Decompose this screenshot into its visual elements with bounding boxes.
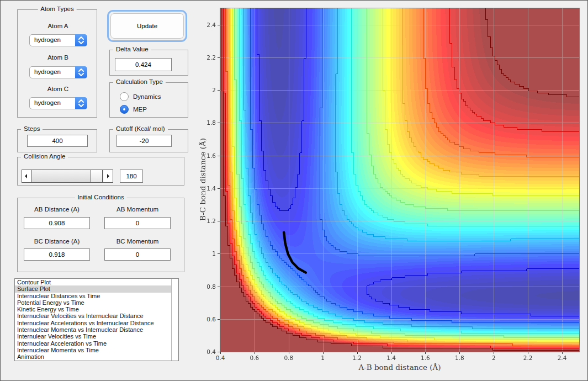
slider-thumb[interactable]: [91, 170, 103, 182]
y-tick-label: 0.4: [195, 348, 216, 355]
steps-title: Steps: [21, 125, 43, 132]
atom-c-value: hydrogen: [34, 99, 61, 106]
y-axis-label: B-C bond distance (Å): [198, 138, 207, 221]
y-tick-label: 1.8: [195, 119, 216, 126]
right-arrow-icon: [107, 174, 109, 178]
radio-dynamics[interactable]: Dynamics: [120, 92, 181, 102]
x-tick-label: 1.8: [449, 354, 469, 361]
list-item[interactable]: Internuclear Accelerations vs Internucle…: [15, 320, 178, 326]
x-tick-mark: [391, 352, 392, 354]
calculation-type-title: Calculation Type: [113, 78, 166, 85]
atom-b-value: hydrogen: [34, 68, 61, 75]
atom-b-dropdown[interactable]: hydrogen: [29, 66, 87, 78]
chevron-up-down-icon: [75, 97, 87, 109]
list-item[interactable]: Animation: [15, 353, 178, 360]
x-tick-label: 2.4: [552, 354, 572, 361]
y-tick-mark: [218, 123, 220, 123]
collision-angle-field[interactable]: [120, 170, 143, 183]
ab-distance-label: AB Distance (A): [24, 206, 90, 213]
x-tick-mark: [528, 352, 528, 354]
update-button[interactable]: Update: [110, 13, 184, 39]
steps-field[interactable]: [27, 135, 88, 147]
list-item[interactable]: Internuclear Velocities vs Internuclear …: [15, 313, 178, 319]
x-tick-label: 1.2: [347, 354, 367, 361]
left-arrow-icon: [25, 174, 27, 178]
ab-momentum-label: AB Momentum: [104, 206, 171, 213]
slider-left-arrow-button[interactable]: [22, 170, 32, 182]
bc-distance-field[interactable]: [24, 248, 90, 261]
y-tick-mark: [218, 352, 220, 352]
y-tick-label: 0.6: [195, 316, 216, 322]
y-tick-label: 0.8: [195, 283, 216, 290]
atom-b-label: Atom B: [30, 54, 86, 61]
initial-conditions-title: Initial Conditions: [75, 194, 126, 200]
list-item[interactable]: Internuclear Acceleration vs Time: [15, 340, 178, 347]
listbox-scrollbar[interactable]: [171, 279, 178, 361]
atom-a-value: hydrogen: [34, 36, 61, 43]
ab-momentum-field[interactable]: [104, 217, 171, 229]
application-window: Atom Types Atom A hydrogen Atom B hydrog…: [0, 0, 588, 381]
y-tick-mark: [218, 156, 220, 156]
radio-mep-label: MEP: [133, 106, 147, 113]
list-item[interactable]: Kinetic Energy vs Time: [15, 306, 178, 313]
radio-dynamics-label: Dynamics: [133, 93, 161, 100]
y-tick-mark: [218, 57, 220, 58]
list-item[interactable]: Surface Plot: [15, 285, 178, 292]
y-tick-label: 1: [195, 250, 216, 257]
x-tick-mark: [459, 352, 460, 354]
atom-a-label: Atom A: [30, 23, 86, 29]
y-tick-label: 2: [195, 87, 216, 93]
delta-value-title: Delta Value: [113, 46, 151, 52]
x-tick-mark: [255, 352, 255, 354]
x-tick-mark: [425, 352, 426, 354]
atom-a-dropdown[interactable]: hydrogen: [29, 34, 87, 46]
x-tick-label: 1: [313, 354, 333, 361]
delta-value-field[interactable]: [115, 58, 172, 71]
cutoff-title: Cutoff (Kcal/ mol): [113, 125, 168, 132]
x-tick-mark: [289, 352, 289, 354]
x-tick-label: 2: [484, 354, 504, 361]
collision-angle-title: Collision Angle: [21, 153, 68, 160]
y-tick-label: 2.4: [195, 22, 216, 28]
list-item[interactable]: Internuclear Momenta vs Internuclear Dis…: [15, 326, 178, 333]
radio-mep[interactable]: MEP: [120, 105, 181, 115]
list-item[interactable]: Contour Plot: [15, 279, 178, 285]
x-tick-mark: [562, 352, 563, 354]
x-tick-label: 1.4: [382, 354, 401, 361]
slider-right-arrow-button[interactable]: [103, 170, 113, 182]
bc-momentum-label: BC Momentum: [104, 238, 171, 245]
list-item[interactable]: Internuclear Distances vs Time: [15, 293, 178, 299]
x-tick-label: 0.8: [279, 354, 299, 361]
chevron-up-down-icon: [75, 34, 87, 46]
bc-distance-label: BC Distance (A): [24, 238, 90, 245]
atom-c-dropdown[interactable]: hydrogen: [29, 97, 87, 109]
x-tick-mark: [220, 352, 221, 354]
list-item[interactable]: Potential Energy vs Time: [15, 299, 178, 306]
list-item[interactable]: Internuclear Momenta vs Time: [15, 347, 178, 353]
x-axis-label: A-B bond distance (Å): [358, 363, 441, 372]
x-tick-label: 0.4: [210, 354, 230, 361]
radio-circle-icon: [120, 92, 129, 101]
bc-momentum-field[interactable]: [104, 248, 171, 261]
plot-type-listbox: Contour PlotSurface PlotInternuclear Dis…: [14, 278, 179, 361]
update-button-focus-ring: Update: [107, 10, 187, 42]
list-item[interactable]: Internulear Velocities vs Time: [15, 333, 178, 340]
y-tick-mark: [218, 221, 220, 221]
y-tick-mark: [218, 319, 220, 320]
x-tick-label: 2.2: [518, 354, 538, 361]
y-tick-mark: [218, 287, 220, 287]
y-tick-mark: [218, 25, 220, 25]
x-tick-label: 0.6: [245, 354, 264, 361]
collision-angle-slider[interactable]: [22, 170, 113, 183]
y-tick-mark: [218, 90, 220, 91]
atom-types-title: Atom Types: [38, 6, 77, 12]
chevron-up-down-icon: [75, 66, 87, 78]
atom-c-label: Atom C: [30, 86, 86, 92]
plot-type-list-items: Contour PlotSurface PlotInternuclear Dis…: [15, 279, 178, 361]
ab-distance-field[interactable]: [24, 217, 90, 229]
calculation-type-groupbox: Calculation Type Dynamics MEP: [109, 82, 188, 118]
x-tick-mark: [323, 352, 324, 354]
y-tick-mark: [218, 188, 220, 189]
radio-circle-icon: [120, 105, 129, 114]
cutoff-field[interactable]: [116, 135, 172, 147]
